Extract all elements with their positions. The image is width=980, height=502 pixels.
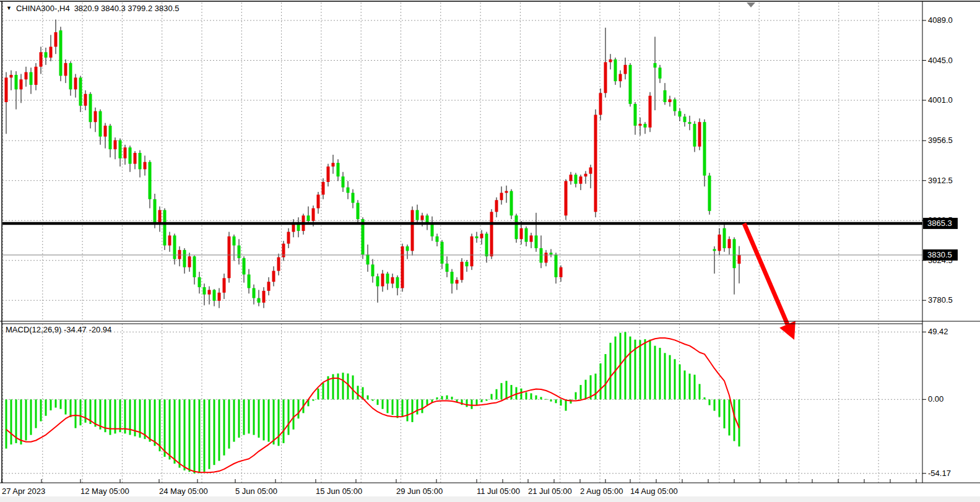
time-axis-label[interactable]: 15 Jun 05:00: [316, 487, 362, 496]
macd-histogram-bar: [719, 399, 721, 417]
time-axis-label[interactable]: 29 Jun 05:00: [396, 487, 443, 496]
macd-histogram-bar: [30, 399, 32, 435]
macd-tick-label: -54.17: [928, 469, 951, 478]
macd-histogram-bar: [739, 399, 740, 446]
candle-body: [579, 176, 583, 184]
time-axis-label[interactable]: 2 Aug 05:00: [580, 487, 623, 496]
candle-body: [30, 72, 33, 85]
candle-body: [545, 253, 548, 262]
macd-histogram-bar: [550, 399, 552, 401]
candle-body: [540, 248, 543, 262]
macd-histogram-bar: [318, 389, 319, 400]
macd-histogram-bar: [615, 337, 617, 400]
candle-body: [317, 194, 320, 208]
candle-body: [510, 191, 513, 216]
macd-histogram-bar: [80, 399, 82, 425]
horizontal-line-3865[interactable]: [2, 222, 922, 225]
candle-body: [104, 126, 107, 137]
candle-body: [109, 126, 112, 149]
time-axis-label[interactable]: 21 Jul 05:00: [528, 487, 572, 496]
candle-body: [376, 276, 379, 286]
macd-histogram-bar: [273, 399, 275, 444]
trend-arrow-line[interactable]: [744, 223, 787, 324]
candle-body: [84, 94, 87, 106]
macd-histogram-bar: [377, 399, 379, 405]
macd-histogram-bar: [427, 399, 428, 405]
candle-body: [728, 239, 731, 248]
candle-body: [535, 235, 538, 248]
macd-histogram-bar: [446, 396, 448, 400]
candle-body: [238, 246, 241, 259]
macd-histogram-bar: [610, 343, 612, 400]
ohlc-quote-label: 3820.9 3840.3 3799.2 3830.5: [74, 4, 180, 13]
macd-histogram-bar: [367, 396, 369, 400]
chart-shift-marker-icon[interactable]: [747, 2, 755, 7]
candle-body: [584, 174, 588, 176]
candle-body: [183, 250, 186, 267]
price-tick-label: 3956.5: [928, 136, 953, 145]
candle-body: [683, 116, 687, 122]
time-axis-label[interactable]: 5 Jun 05:00: [235, 487, 277, 496]
time-axis-label[interactable]: 24 May 05:00: [159, 487, 208, 496]
time-axis-label[interactable]: 27 Apr 2023: [2, 487, 45, 496]
macd-histogram-bar: [169, 399, 171, 459]
candle-body: [461, 262, 464, 280]
candle-body: [560, 267, 563, 277]
macd-histogram-bar: [417, 399, 418, 414]
time-axis-label[interactable]: 14 Aug 05:00: [630, 487, 678, 496]
macd-histogram-bar: [337, 373, 339, 399]
candle-body: [550, 253, 553, 254]
candle-body: [505, 191, 508, 193]
macd-histogram-bar: [640, 340, 641, 399]
candle-body: [713, 249, 716, 251]
macd-histogram-bar: [694, 374, 696, 399]
candle-body: [134, 153, 137, 164]
candle-body: [525, 228, 528, 242]
candle-body: [173, 235, 176, 259]
time-axis-label[interactable]: 12 May 05:00: [80, 487, 129, 496]
candle-body: [555, 254, 558, 277]
candle-body: [213, 290, 216, 301]
candle-body: [149, 162, 152, 199]
time-axis-label[interactable]: 11 Jul 05:00: [477, 487, 520, 496]
candle-body: [639, 124, 642, 126]
candle-body: [708, 176, 711, 211]
candle-body: [629, 65, 632, 104]
macd-histogram-bar: [436, 397, 438, 399]
chart-canvas[interactable]: 4089.04045.04001.03956.53912.53868.53824…: [0, 0, 980, 502]
candle-body: [733, 239, 736, 268]
candle-body: [129, 147, 132, 163]
candle-body: [188, 256, 191, 267]
candle-body: [485, 233, 488, 256]
macd-histogram-bar: [20, 399, 22, 444]
candle-body: [441, 242, 444, 264]
candle-body: [99, 111, 102, 137]
macd-histogram-bar: [100, 399, 102, 430]
candle-body: [456, 280, 459, 283]
candle-body: [332, 163, 335, 167]
candle-body: [89, 94, 92, 122]
price-tick-label: 4089.0: [928, 15, 953, 25]
macd-histogram-bar: [466, 399, 468, 407]
candle-body: [258, 298, 261, 303]
macd-histogram-bar: [625, 332, 627, 399]
macd-histogram-bar: [154, 399, 156, 446]
candle-body: [371, 264, 375, 276]
candle-body: [401, 246, 404, 288]
candle-body: [352, 193, 355, 203]
macd-histogram-bar: [506, 381, 508, 399]
symbol-dropdown-icon[interactable]: ▼: [6, 5, 12, 11]
macd-histogram-bar: [248, 399, 250, 433]
macd-histogram-bar: [283, 399, 285, 443]
macd-histogram-bar: [407, 399, 409, 421]
candle-body: [218, 293, 221, 301]
macd-histogram-bar: [347, 373, 349, 399]
candle-body: [698, 122, 701, 147]
macd-histogram-bar: [709, 399, 711, 405]
candle-body: [594, 115, 597, 212]
price-tick-label: 4001.0: [928, 95, 953, 105]
candle-body: [342, 176, 345, 188]
candle-body: [480, 233, 483, 238]
candle-body: [139, 153, 142, 169]
candle-body: [233, 236, 236, 246]
